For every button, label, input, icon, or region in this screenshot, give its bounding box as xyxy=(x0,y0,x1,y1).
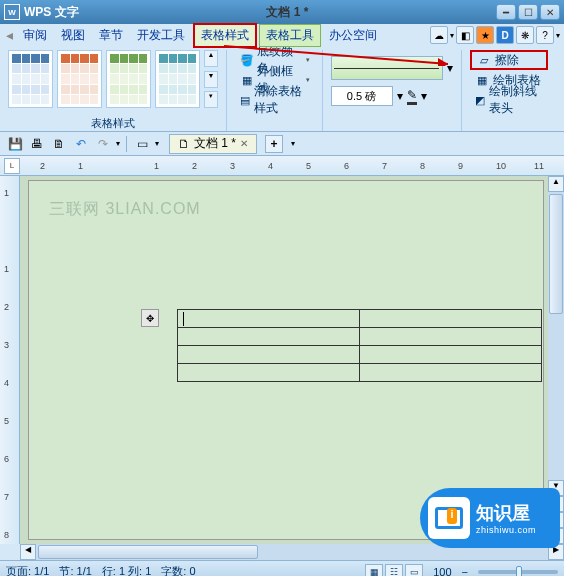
border-weight-input[interactable]: 0.5 磅 xyxy=(331,86,393,106)
logo-en: zhishiwu.com xyxy=(476,525,536,535)
skin-icon[interactable]: ◧ xyxy=(456,26,474,44)
gallery-scroll-down[interactable]: ▼ xyxy=(204,71,218,88)
menu-scroll-left[interactable]: ◂ xyxy=(6,27,13,43)
undo-icon[interactable]: ↶ xyxy=(72,135,90,153)
gallery-label: 表格样式 xyxy=(8,114,218,131)
outline-view-icon[interactable]: ☷ xyxy=(385,564,403,577)
clear-table-style-button[interactable]: ▤ 清除表格样式 xyxy=(235,90,314,110)
draw-diagonal-label: 绘制斜线表头 xyxy=(489,83,544,117)
maximize-button[interactable]: ☐ xyxy=(518,4,538,20)
dropdown-icon: ▾ xyxy=(306,56,310,64)
print-layout-view-icon[interactable]: ▦ xyxy=(365,564,383,577)
web-view-icon[interactable]: ▭ xyxy=(405,564,423,577)
gallery-scroll-up[interactable]: ▲ xyxy=(204,50,218,67)
pen-color-icon[interactable]: ✎ xyxy=(407,88,417,105)
doc-tab-label: 文档 1 * xyxy=(194,135,236,152)
logo-cn: 知识屋 xyxy=(476,501,536,525)
table-style-gallery[interactable]: ▲ ▼ ▾ xyxy=(8,50,218,108)
vertical-ruler[interactable]: 1 1 2 3 4 5 6 7 8 xyxy=(0,176,20,544)
horizontal-ruler[interactable]: L 2 1 1 2 3 4 5 6 7 8 9 10 11 xyxy=(0,156,564,176)
redo-icon[interactable]: ↷ xyxy=(94,135,112,153)
tab-close-icon[interactable]: ✕ xyxy=(240,138,248,149)
cloud-icon[interactable]: ☁ xyxy=(430,26,448,44)
scroll-up-icon[interactable]: ▲ xyxy=(548,176,564,192)
dropdown-icon[interactable]: ▾ xyxy=(397,89,403,103)
menu-table-style[interactable]: 表格样式 xyxy=(193,23,257,48)
close-button[interactable]: ✕ xyxy=(540,4,560,20)
scroll-left-icon[interactable]: ◀ xyxy=(20,544,36,560)
menu-chapter[interactable]: 章节 xyxy=(93,25,129,46)
app-icon: W xyxy=(4,4,20,20)
watermark-text: 三联网 3LIAN.COM xyxy=(49,199,201,220)
status-position: 行: 1 列: 1 xyxy=(102,564,152,576)
zoom-slider[interactable] xyxy=(478,570,558,574)
bucket-icon: 🪣 xyxy=(239,52,254,68)
zoom-value[interactable]: 100 xyxy=(433,566,451,577)
style-thumb-4[interactable] xyxy=(155,50,200,108)
ruler-corner[interactable]: L xyxy=(4,158,20,174)
scroll-thumb[interactable] xyxy=(38,545,258,559)
style-thumb-2[interactable] xyxy=(57,50,102,108)
menu-table-tools[interactable]: 表格工具 xyxy=(259,24,321,47)
border-icon: ▦ xyxy=(239,72,254,88)
logo-monitor-icon xyxy=(428,497,470,539)
gallery-more[interactable]: ▾ xyxy=(204,91,218,108)
add-tab-button[interactable]: + xyxy=(265,135,283,153)
dropdown-icon[interactable]: ▾ xyxy=(447,61,453,75)
text-cursor xyxy=(183,312,184,326)
menu-office-space[interactable]: 办公空间 xyxy=(323,25,383,46)
new-doc-icon[interactable]: ▭ xyxy=(133,135,151,153)
tab-list-dropdown-icon[interactable]: ▾ xyxy=(291,139,295,148)
app-title: WPS 文字 xyxy=(24,4,79,21)
help-dropdown-icon[interactable]: ▾ xyxy=(556,31,560,40)
draw-diagonal-button[interactable]: ◩ 绘制斜线表头 xyxy=(470,90,549,110)
draw-table-icon: ▦ xyxy=(474,72,490,88)
status-wordcount[interactable]: 字数: 0 xyxy=(161,564,195,576)
diagonal-icon: ◩ xyxy=(474,92,486,108)
zhishiwu-logo: 知识屋 zhishiwu.com xyxy=(420,488,560,548)
doc-tab-icon: 🗋 xyxy=(178,137,190,151)
table-move-handle[interactable]: ✥ xyxy=(141,309,159,327)
save-icon[interactable]: 💾 xyxy=(6,135,24,153)
feedback-icon[interactable]: ❋ xyxy=(516,26,534,44)
print-icon[interactable]: 🖶 xyxy=(28,135,46,153)
scroll-thumb[interactable] xyxy=(549,194,563,314)
style-thumb-1[interactable] xyxy=(8,50,53,108)
menu-view[interactable]: 视图 xyxy=(55,25,91,46)
status-page[interactable]: 页面: 1/1 xyxy=(6,564,49,576)
clear-style-label: 清除表格样式 xyxy=(254,83,309,117)
dropdown-icon[interactable]: ▾ xyxy=(421,89,427,103)
document-tab[interactable]: 🗋 文档 1 * ✕ xyxy=(169,134,257,154)
border-style-preview[interactable] xyxy=(331,56,443,80)
minimize-button[interactable]: ━ xyxy=(496,4,516,20)
document-title: 文档 1 * xyxy=(79,4,496,21)
erase-button[interactable]: ▱ 擦除 xyxy=(470,50,549,70)
eraser-icon: ▱ xyxy=(476,52,492,68)
qat-dropdown-icon[interactable]: ▾ xyxy=(116,139,120,148)
zoom-out-icon[interactable]: − xyxy=(462,566,468,577)
menu-review[interactable]: 审阅 xyxy=(17,25,53,46)
help-icon[interactable]: ? xyxy=(536,26,554,44)
clear-icon: ▤ xyxy=(239,92,251,108)
document-table[interactable] xyxy=(177,309,542,382)
new-dropdown-icon[interactable]: ▾ xyxy=(155,139,159,148)
status-section: 节: 1/1 xyxy=(59,564,91,576)
menu-devtools[interactable]: 开发工具 xyxy=(131,25,191,46)
print-preview-icon[interactable]: 🗎 xyxy=(50,135,68,153)
menu-dropdown-icon[interactable]: ▾ xyxy=(450,31,454,40)
style-thumb-3[interactable] xyxy=(106,50,151,108)
erase-label: 擦除 xyxy=(495,52,519,69)
docer-icon[interactable]: D xyxy=(496,26,514,44)
member-icon[interactable]: ★ xyxy=(476,26,494,44)
